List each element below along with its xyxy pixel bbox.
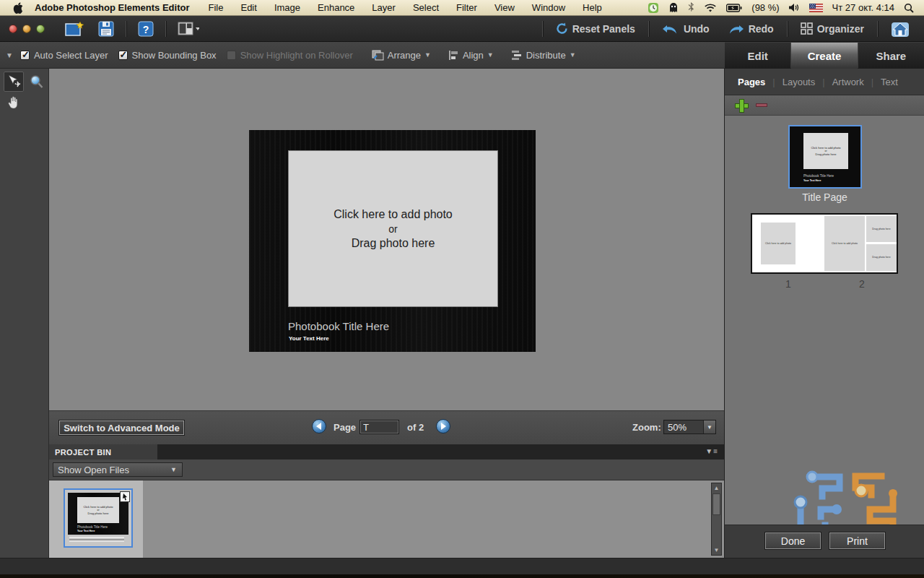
arrange-dropdown[interactable]: Arrange ▼ <box>372 50 431 61</box>
page-label: Page <box>334 422 356 433</box>
undo-icon <box>662 23 679 35</box>
wifi-icon[interactable] <box>704 3 717 13</box>
save-button[interactable] <box>98 21 114 37</box>
app-menu-title[interactable]: Adobe Photoshop Elements Editor <box>26 2 200 13</box>
undo-button[interactable]: Undo <box>653 23 718 35</box>
photo-placeholder[interactable]: Click here to add photo or Drag photo he… <box>288 150 498 307</box>
mode-tabs: Edit Create Share <box>724 42 924 69</box>
menu-enhance[interactable]: Enhance <box>309 2 363 13</box>
macos-menubar: Adobe Photoshop Elements Editor File Edi… <box>0 0 924 16</box>
zoom-label: Zoom: <box>632 422 661 433</box>
done-button[interactable]: Done <box>765 532 821 549</box>
redo-button[interactable]: Redo <box>718 23 783 35</box>
status-bar: Switch to Advanced Mode Page of 2 Zoom: … <box>49 410 724 444</box>
menu-file[interactable]: File <box>200 2 232 13</box>
photobook-page[interactable]: Click here to add photo or Drag photo he… <box>249 130 536 352</box>
tab-edit[interactable]: Edit <box>725 42 790 69</box>
close-button[interactable] <box>9 25 17 33</box>
help-button[interactable]: ? <box>138 21 154 37</box>
battery-percent: (98 %) <box>751 2 779 13</box>
move-tool[interactable] <box>4 72 24 92</box>
add-page-button[interactable] <box>735 99 747 111</box>
bin-scrollbar[interactable]: ▲ ▼ <box>711 483 722 556</box>
zoom-select-caret[interactable]: ▼ <box>703 420 715 434</box>
switch-advanced-mode-button[interactable]: Switch to Advanced Mode <box>59 420 184 435</box>
organizer-icon <box>801 22 813 35</box>
auto-select-layer-checkbox[interactable]: ✓ Auto Select Layer <box>20 50 108 61</box>
spotlight-icon[interactable] <box>904 3 914 13</box>
organizer-button[interactable]: Organizer <box>792 22 873 35</box>
menu-edit[interactable]: Edit <box>232 2 265 13</box>
scroll-up-icon[interactable]: ▲ <box>712 483 721 493</box>
project-bin-filter-row: Show Open Files ▼ <box>49 460 724 480</box>
show-bounding-box-checkbox[interactable]: ✓ Show Bounding Box <box>118 50 217 61</box>
bin-document-thumbnail[interactable]: Click here to add photo or Drag photo he… <box>64 488 133 548</box>
apple-menu-icon[interactable] <box>10 2 26 14</box>
arrange-icon <box>372 50 384 61</box>
bin-selected-cell[interactable]: Click here to add photo or Drag photo he… <box>49 480 143 558</box>
home-button[interactable] <box>882 20 918 38</box>
document-canvas[interactable]: Click here to add photo or Drag photo he… <box>49 69 724 410</box>
zoom-level-select[interactable]: 50% ▼ <box>663 420 716 434</box>
app-toolbar: ? Reset Panels Undo Redo Organ <box>0 16 924 42</box>
zoom-tool[interactable] <box>27 72 47 92</box>
menu-image[interactable]: Image <box>266 2 309 13</box>
us-flag-icon[interactable] <box>809 4 823 12</box>
title-page-label: Title Page <box>725 191 924 203</box>
scrollbar-thumb[interactable] <box>712 493 720 515</box>
menu-filter[interactable]: Filter <box>448 2 486 13</box>
volume-icon[interactable] <box>789 3 800 12</box>
subtab-text[interactable]: Text <box>873 77 905 87</box>
distribute-icon <box>511 50 523 61</box>
minimize-button[interactable] <box>22 25 31 33</box>
book-title-text[interactable]: Photobook Title Here <box>288 320 389 332</box>
title-page-thumbnail[interactable]: Click here to add photo or Drag photo he… <box>788 125 862 189</box>
align-icon <box>448 50 459 61</box>
project-bin-menu-icon[interactable]: ▼≡ <box>705 447 718 455</box>
show-highlight-checkbox: Show Highlight on Rollover <box>227 50 353 61</box>
remove-page-button[interactable] <box>756 103 767 107</box>
redo-icon <box>727 23 744 35</box>
svg-text:?: ? <box>143 23 149 35</box>
menu-window[interactable]: Window <box>523 2 574 13</box>
new-file-button[interactable] <box>65 21 84 37</box>
menu-view[interactable]: View <box>486 2 523 13</box>
menu-layer[interactable]: Layer <box>363 2 404 13</box>
bluetooth-icon[interactable] <box>688 2 694 13</box>
subtab-layouts[interactable]: Layouts <box>775 77 823 87</box>
menubar-clock[interactable]: Чт 27 окт. 4:14 <box>832 2 894 13</box>
arrange-documents-button[interactable] <box>178 22 199 36</box>
desktop-edge <box>0 574 924 578</box>
spread-pages-thumbnail[interactable]: Click here to add photo Click here to ad… <box>751 213 898 274</box>
reset-panels-button[interactable]: Reset Panels <box>547 22 644 35</box>
page-number-input[interactable] <box>359 420 399 434</box>
previous-page-button[interactable] <box>312 419 326 434</box>
menu-extra-app-icon[interactable] <box>668 2 679 14</box>
menu-select[interactable]: Select <box>404 2 448 13</box>
hand-tool[interactable] <box>4 92 24 113</box>
reset-icon <box>556 22 568 35</box>
project-bin-header: PROJECT BIN ▼≡ <box>49 444 724 460</box>
project-bin-tab[interactable]: PROJECT BIN <box>49 444 157 460</box>
tab-create[interactable]: Create <box>791 42 857 69</box>
project-bin-content: Click here to add photo or Drag photo he… <box>49 480 724 558</box>
next-page-button[interactable] <box>436 419 450 434</box>
maximize-button[interactable] <box>36 25 45 33</box>
align-dropdown[interactable]: Align ▼ <box>448 50 494 61</box>
pages-toolbar <box>725 95 924 116</box>
print-button[interactable]: Print <box>829 532 885 549</box>
window-controls <box>0 25 58 33</box>
show-open-files-dropdown[interactable]: Show Open Files ▼ <box>53 462 183 477</box>
book-subtitle-text[interactable]: Your Text Here <box>289 335 329 342</box>
scroll-down-icon[interactable]: ▼ <box>712 545 721 555</box>
home-icon <box>891 20 910 38</box>
tool-options-flyout-icon[interactable]: ▼ <box>0 51 20 59</box>
battery-icon[interactable] <box>726 4 742 12</box>
pages-list: Click here to add photo or Drag photo he… <box>725 116 924 521</box>
subtab-artwork[interactable]: Artwork <box>825 77 871 87</box>
tab-share[interactable]: Share <box>858 42 924 69</box>
subtab-pages[interactable]: Pages <box>725 77 772 87</box>
grab-app-icon[interactable] <box>648 2 659 14</box>
menu-help[interactable]: Help <box>574 2 611 13</box>
distribute-dropdown[interactable]: Distribute ▼ <box>511 50 576 61</box>
